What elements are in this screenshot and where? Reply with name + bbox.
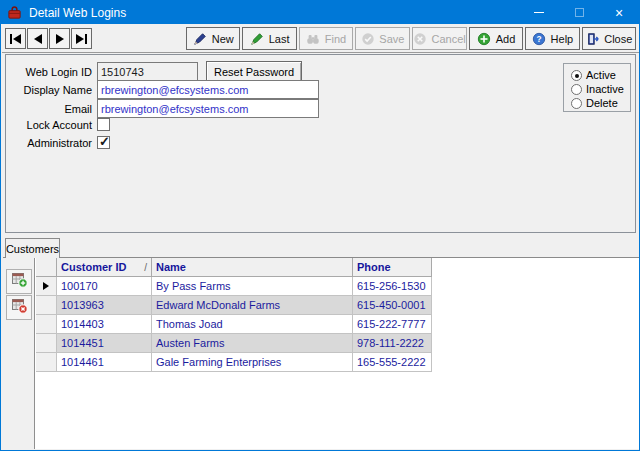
grid-row[interactable]: 1014451Austen Farms978-111-2222	[36, 334, 432, 353]
maximize-icon	[575, 8, 584, 17]
grid-cell[interactable]: Thomas Joad	[152, 315, 353, 334]
form-panel: Web Login ID Reset Password Display Name…	[5, 54, 636, 233]
last-button[interactable]: Last	[242, 27, 296, 50]
tab-customers-label: Customers	[6, 243, 59, 255]
maximize-button[interactable]	[559, 1, 599, 24]
minimize-icon	[534, 12, 544, 13]
record-nav-group	[5, 28, 93, 49]
binoculars-icon	[306, 31, 321, 46]
grid-row-selector[interactable]	[36, 296, 57, 315]
web-login-id-field[interactable]	[97, 62, 198, 81]
find-button-label: Find	[325, 33, 346, 45]
close-button[interactable]: Close	[582, 27, 636, 50]
radio-label: Delete	[586, 97, 618, 109]
delete-row-button[interactable]	[6, 295, 32, 320]
radio-circle-icon	[571, 84, 582, 95]
grid-cell[interactable]: 615-256-1530	[353, 277, 432, 296]
add-row-button[interactable]	[6, 269, 32, 294]
reset-password-button[interactable]: Reset Password	[206, 61, 302, 82]
display-name-field[interactable]	[97, 80, 319, 99]
minimize-button[interactable]	[519, 1, 559, 24]
radio-label: Active	[586, 69, 616, 81]
last-button-label: Last	[269, 33, 290, 45]
customers-grid: Customer ID/NamePhone 100170By Pass Farm…	[36, 258, 432, 372]
lock-account-row: Lock Account	[6, 118, 110, 131]
nav-next-button[interactable]	[49, 28, 70, 49]
sort-ascending-icon: /	[144, 262, 147, 273]
web-login-id-label: Web Login ID	[6, 66, 92, 78]
grid-column-header[interactable]: Phone	[353, 258, 432, 277]
tab-customers[interactable]: Customers	[5, 238, 60, 258]
grid-cell[interactable]: Edward McDonald Farms	[152, 296, 353, 315]
email-field[interactable]	[97, 99, 319, 118]
radio-active[interactable]: Active	[571, 68, 630, 82]
nav-previous-button[interactable]	[27, 28, 48, 49]
nav-first-button[interactable]	[5, 28, 26, 49]
close-icon: ×	[615, 6, 623, 20]
grid-row-selector[interactable]	[36, 277, 57, 296]
administrator-checkbox[interactable]	[97, 136, 110, 149]
radio-inactive[interactable]: Inactive	[571, 82, 630, 96]
close-window-button[interactable]: ×	[599, 1, 639, 24]
table-delete-icon	[11, 297, 28, 318]
grid-row[interactable]: 100170By Pass Farms615-256-1530	[36, 277, 432, 296]
grid-cell[interactable]: 1014461	[57, 353, 152, 372]
grid-row-selector[interactable]	[36, 353, 57, 372]
nav-last-button[interactable]	[71, 28, 92, 49]
grid-column-header[interactable]: Customer ID/	[57, 258, 152, 277]
save-button[interactable]: Save	[355, 27, 409, 50]
table-add-icon	[11, 271, 28, 292]
grid-header-row: Customer ID/NamePhone	[36, 258, 432, 277]
previous-record-icon	[34, 34, 42, 44]
grid-cell[interactable]: 1014451	[57, 334, 152, 353]
cancel-x-icon	[413, 31, 428, 46]
grid-column-header-label: Phone	[357, 261, 391, 273]
web-login-id-row: Web Login ID Reset Password	[6, 61, 302, 82]
grid-cell[interactable]: Gale Farming Enterprises	[152, 353, 353, 372]
grid-cell[interactable]: 100170	[57, 277, 152, 296]
last-record-icon	[76, 34, 87, 44]
pen-new-icon	[193, 31, 208, 46]
next-record-icon	[56, 34, 64, 44]
grid-cell[interactable]: 615-222-7777	[353, 315, 432, 334]
new-button-label: New	[212, 33, 234, 45]
cancel-button-label: Cancel	[432, 33, 466, 45]
display-name-row: Display Name	[6, 80, 319, 99]
grid-cell[interactable]: 978-111-2222	[353, 334, 432, 353]
grid-cell[interactable]: 165-555-2222	[353, 353, 432, 372]
first-record-icon	[10, 34, 21, 44]
current-row-arrow-icon	[43, 282, 49, 290]
grid-row-selector[interactable]	[36, 334, 57, 353]
grid-row[interactable]: 1014461Gale Farming Enterprises165-555-2…	[36, 353, 432, 372]
grid-row[interactable]: 1013963Edward McDonald Farms615-450-0001	[36, 296, 432, 315]
add-button[interactable]: Add	[469, 27, 523, 50]
titlebar: Detail Web Logins ×	[1, 1, 639, 24]
grid-button-strip	[3, 258, 35, 449]
email-label: Email	[6, 103, 92, 115]
grid-cell[interactable]: 615-450-0001	[353, 296, 432, 315]
help-button[interactable]: ?Help	[525, 27, 579, 50]
grid-column-header-label: Name	[156, 261, 186, 273]
toolbar: NewLastFindSaveCancelAdd?HelpClose	[2, 24, 639, 53]
customers-tab-content: Customer ID/NamePhone 100170By Pass Farm…	[3, 257, 639, 449]
lock-account-checkbox[interactable]	[97, 118, 110, 131]
grid-row[interactable]: 1014403Thomas Joad615-222-7777	[36, 315, 432, 334]
pen-last-icon	[250, 31, 265, 46]
email-row: Email	[6, 99, 319, 118]
grid-row-selector[interactable]	[36, 315, 57, 334]
radio-circle-icon	[571, 98, 582, 109]
app-toolbox-icon	[7, 5, 23, 21]
lock-account-label: Lock Account	[6, 119, 92, 131]
grid-cell[interactable]: 1013963	[57, 296, 152, 315]
cancel-button[interactable]: Cancel	[412, 27, 467, 50]
grid-column-header-label: Customer ID	[61, 261, 126, 273]
grid-cell[interactable]: 1014403	[57, 315, 152, 334]
grid-cell[interactable]: By Pass Farms	[152, 277, 353, 296]
grid-selector-header	[36, 258, 57, 277]
grid-cell[interactable]: Austen Farms	[152, 334, 353, 353]
save-button-label: Save	[379, 33, 404, 45]
find-button[interactable]: Find	[299, 27, 353, 50]
grid-column-header[interactable]: Name	[152, 258, 353, 277]
radio-delete[interactable]: Delete	[571, 96, 630, 110]
new-button[interactable]: New	[186, 27, 240, 50]
